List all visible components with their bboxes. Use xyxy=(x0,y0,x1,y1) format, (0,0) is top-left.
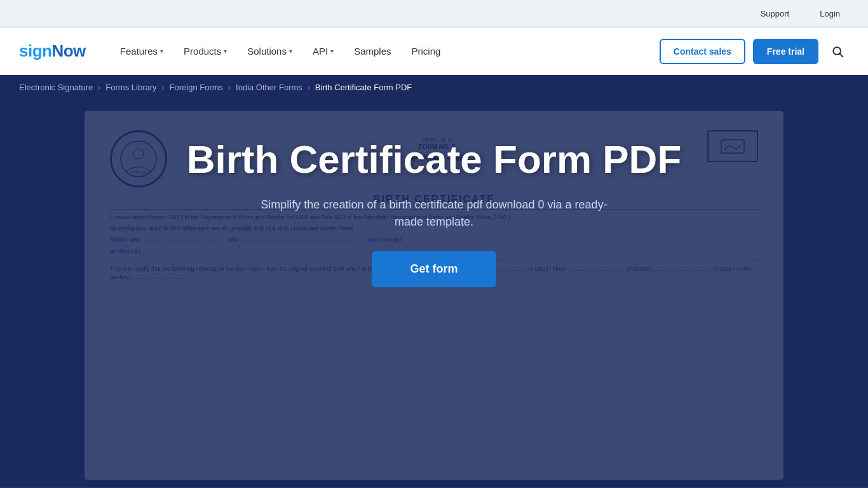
nav-pricing[interactable]: Pricing xyxy=(403,41,450,62)
nav-products[interactable]: Products ▾ xyxy=(175,41,236,62)
nav-links: Features ▾ Products ▾ Solutions ▾ API ▾ … xyxy=(111,41,660,62)
breadcrumb-india-other-forms[interactable]: India Other Forms xyxy=(236,83,302,92)
top-bar: Support Login xyxy=(0,0,868,28)
nav-actions: Contact sales Free trial xyxy=(660,39,849,64)
free-trial-button[interactable]: Free trial xyxy=(753,39,818,64)
search-icon xyxy=(831,45,844,58)
breadcrumb-sep-2: › xyxy=(162,83,165,92)
products-chevron-icon: ▾ xyxy=(224,48,227,55)
nav-features[interactable]: Features ▾ xyxy=(111,41,172,62)
breadcrumb: Electronic Signature › Forms Library › F… xyxy=(0,75,868,100)
breadcrumb-electronic-signature[interactable]: Electronic Signature xyxy=(19,83,93,92)
contact-sales-button[interactable]: Contact sales xyxy=(660,39,745,64)
main-nav: signNow Features ▾ Products ▾ Solutions … xyxy=(0,28,868,75)
get-form-button[interactable]: Get form xyxy=(372,251,496,287)
breadcrumb-sep-4: › xyxy=(308,83,310,92)
logo[interactable]: signNow xyxy=(19,41,86,61)
breadcrumb-sep-3: › xyxy=(228,83,231,92)
breadcrumb-sep-1: › xyxy=(98,83,100,92)
nav-solutions[interactable]: Solutions ▾ xyxy=(238,41,301,62)
breadcrumb-current: Birth Certificate Form PDF xyxy=(315,83,412,92)
hero-subtitle: Simplify the creation of a birth certifi… xyxy=(250,196,618,231)
search-button[interactable] xyxy=(826,40,849,63)
hero-section: सत्यमेव जयते प्रपत्र . सं. 5 FORM NO. 5 … xyxy=(0,100,868,487)
breadcrumb-forms-library[interactable]: Forms Library xyxy=(105,83,156,92)
nav-samples[interactable]: Samples xyxy=(345,41,400,62)
api-chevron-icon: ▾ xyxy=(330,48,334,55)
login-link[interactable]: Login xyxy=(811,4,849,24)
breadcrumb-foreign-forms[interactable]: Foreign Forms xyxy=(170,83,224,92)
support-link[interactable]: Support xyxy=(752,4,799,24)
nav-api[interactable]: API ▾ xyxy=(304,41,342,62)
features-chevron-icon: ▾ xyxy=(160,48,163,55)
solutions-chevron-icon: ▾ xyxy=(289,48,292,55)
logo-text: signNow xyxy=(19,41,86,61)
svg-line-1 xyxy=(840,53,843,57)
hero-title: Birth Certificate Form PDF xyxy=(187,138,682,181)
hero-overlay: Birth Certificate Form PDF Simplify the … xyxy=(0,100,868,313)
